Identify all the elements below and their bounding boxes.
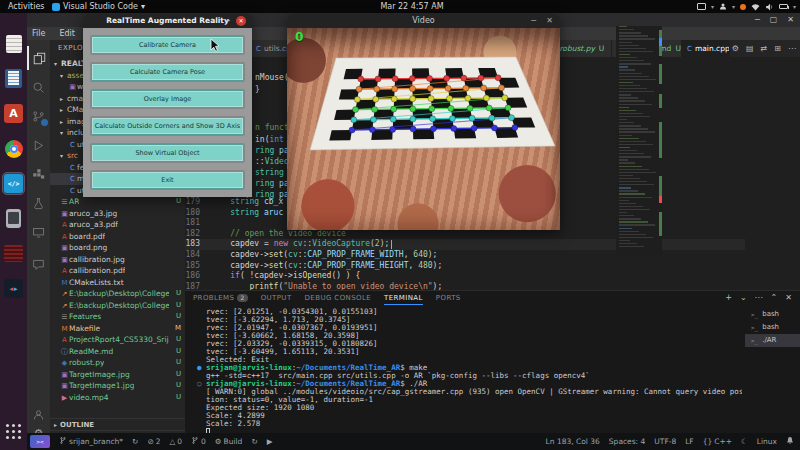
clock[interactable]: Mar 22 4:57 AM xyxy=(352,0,472,13)
transfer-app-icon[interactable]: ◂▸ xyxy=(3,278,24,299)
tree-item-e-backup-desktop-college-n...[interactable]: ↗E:\backup\Desktop\College\N...U xyxy=(50,288,185,300)
indentation[interactable]: Spaces: 4 xyxy=(609,437,645,446)
minimize-icon[interactable]: ─ xyxy=(531,14,536,27)
terminal-instance-bash[interactable]: >_bash xyxy=(745,308,800,321)
terminal-instance-ar[interactable]: >_./AR xyxy=(745,334,800,347)
panel-actions[interactable]: +⌄⋯⌃✕ xyxy=(725,291,792,305)
tree-item-aruco-a3.pdf[interactable]: Aaruco_a3.pdf xyxy=(50,219,185,231)
preview-icon[interactable]: ▤ xyxy=(746,44,754,53)
software-a-app-icon[interactable]: A xyxy=(3,103,24,124)
close-icon[interactable]: ✕ xyxy=(546,14,553,28)
cmake-build[interactable]: ⚙Build xyxy=(215,437,243,446)
tree-item-e-backup-desktop-college-n...[interactable]: ↗E:\backup\Desktop\College\N...U xyxy=(50,300,185,312)
terminal-dropdown-icon[interactable]: ⌄ xyxy=(740,291,747,305)
outline-section[interactable]: ▸OUTLINE xyxy=(50,418,185,429)
eol[interactable]: LF xyxy=(685,437,694,446)
phone-app-icon[interactable] xyxy=(3,208,24,229)
new-terminal-icon[interactable]: + xyxy=(725,291,732,305)
menu-edit[interactable]: Edit xyxy=(59,27,75,40)
comments-icon[interactable] xyxy=(27,252,50,276)
close-icon[interactable]: ✕ xyxy=(236,16,246,26)
close-panel-icon[interactable]: ✕ xyxy=(785,291,792,305)
language-mode[interactable]: {}C++ xyxy=(703,437,732,446)
panel-tab-problems[interactable]: PROBLEMS2 xyxy=(193,291,248,305)
notifications[interactable] xyxy=(786,436,794,447)
panel-tab-debug-console[interactable]: DEBUG CONSOLE xyxy=(305,291,372,305)
source-control-icon[interactable] xyxy=(27,104,50,128)
os-label[interactable]: Linux xyxy=(757,437,777,446)
ar-button-show-virtual-object[interactable]: Show Virtual Object xyxy=(91,144,244,162)
more-actions-icon[interactable]: ⋯ xyxy=(788,44,796,53)
fork-count[interactable]: 0 xyxy=(191,436,206,447)
remote-indicator[interactable]: >< xyxy=(30,435,50,448)
refresh[interactable]: ↻ xyxy=(251,437,257,446)
warnings[interactable]: △0 xyxy=(169,437,182,446)
ar-button-exit[interactable]: Exit xyxy=(91,171,244,189)
tree-item-robust.py[interactable]: ◆robust.pyU xyxy=(50,357,185,369)
panel-tab-ports[interactable]: PORTS xyxy=(436,291,461,305)
close-icon[interactable]: ✕ xyxy=(787,13,794,27)
panel-tab-output[interactable]: OUTPUT xyxy=(261,291,292,305)
settings-icon[interactable]: ⚙ xyxy=(732,44,739,53)
minimap[interactable] xyxy=(616,26,662,256)
minimize-icon[interactable]: ─ xyxy=(755,13,760,27)
tree-item-targetimage1.jpg[interactable]: ▣TargetImage1.jpgU xyxy=(50,380,185,392)
git-branch[interactable]: srijan_branch* xyxy=(59,436,123,447)
chevron-down-icon: ▾ xyxy=(711,3,714,10)
compare-icon[interactable]: ⇄ xyxy=(761,44,768,53)
cursor-position[interactable]: Ln 183, Col 36 xyxy=(546,437,600,446)
maximize-panel-icon[interactable]: ⌃ xyxy=(771,291,778,305)
tree-item-cmakelists.txt[interactable]: MCMakeLists.txt xyxy=(50,277,185,289)
run-debug-icon[interactable] xyxy=(27,133,50,157)
tree-item-callibration.pdf[interactable]: Acallibration.pdf xyxy=(50,265,185,277)
ar-window-title-bar[interactable]: RealTime Augmented Reality – ✕ xyxy=(83,14,252,28)
system-tray[interactable]: ▾ ▾ ▾ xyxy=(697,0,796,13)
extensions-icon[interactable] xyxy=(27,162,50,186)
maximize-icon[interactable]: ▢ xyxy=(770,13,778,27)
errors[interactable]: ⊘2 xyxy=(147,437,160,446)
tree-item-projectrport4-cs5330-srijan...[interactable]: AProjectRport4_CS5330_Srijan...U xyxy=(50,334,185,346)
tree-item-board.png[interactable]: ▣board.png xyxy=(50,242,185,254)
minimize-icon[interactable]: – xyxy=(226,14,230,27)
ar-button-calculate-outside-corners-and-show-3d-axis[interactable]: Calculate Outside Corners and Show 3D Ax… xyxy=(91,117,244,135)
menu-file[interactable]: File xyxy=(32,27,45,40)
do-not-disturb[interactable]: ☾ xyxy=(741,437,748,446)
panel-tab-terminal[interactable]: TERMINAL xyxy=(384,291,423,305)
tree-item-readme.md[interactable]: ⓘReadMe.mdU xyxy=(50,346,185,358)
launch[interactable]: ▶ xyxy=(267,437,273,446)
braces-icon: {} xyxy=(703,437,713,446)
tree-item-targetimage.jpg[interactable]: ▣TargetImage.jpgU xyxy=(50,369,185,381)
remote-explorer-icon[interactable] xyxy=(27,220,50,244)
terminal-output[interactable]: rvec: [2.01251, -0.0354301, 0.0155103]tv… xyxy=(197,308,742,434)
encoding[interactable]: UTF-8 xyxy=(654,437,676,446)
ar-button-calculate-camera-pose[interactable]: Calculate Camera Pose xyxy=(91,63,244,81)
tree-item-board.pdf[interactable]: Aboard.pdf xyxy=(50,231,185,243)
window-controls[interactable]: ─▢✕ xyxy=(755,13,794,27)
text-editor-app-icon[interactable] xyxy=(3,33,24,54)
more-actions-icon[interactable]: ⋯ xyxy=(755,291,763,305)
testing-icon[interactable] xyxy=(27,191,50,215)
media-app-icon[interactable] xyxy=(3,243,24,264)
tree-item-features[interactable]: ☰FeaturesU xyxy=(50,311,185,323)
tree-item-video.mp4[interactable]: ▶video.mp4U xyxy=(50,392,185,404)
ar-button-overlay-image[interactable]: Overlay Image xyxy=(91,90,244,108)
tree-item-makefile[interactable]: MMakefileM xyxy=(50,323,185,335)
tree-item-ar[interactable]: ☰ARU xyxy=(50,196,185,208)
search-icon[interactable] xyxy=(27,75,50,99)
vscode-app-icon[interactable]: </> xyxy=(3,173,24,194)
tab-main.cpp[interactable]: Cmain.cpp xyxy=(682,40,730,57)
tree-item-aruco-a3.jpg[interactable]: ▣aruco_a3.jpg xyxy=(50,208,185,220)
writer-app-icon[interactable] xyxy=(3,68,24,89)
terminal-instance-bash[interactable]: >_bash xyxy=(745,321,800,334)
activities-button[interactable]: Activities xyxy=(8,0,45,13)
chrome-app-icon[interactable] xyxy=(3,138,24,159)
video-title-bar[interactable]: Video ─ ✕ xyxy=(287,14,560,28)
sync-changes[interactable]: ↻ xyxy=(132,437,138,446)
split-editor-icon[interactable]: ⊞ xyxy=(774,44,781,53)
ar-button-calibrate-camera[interactable]: Calibrate Camera xyxy=(91,36,244,54)
tree-item-callibration.jpg[interactable]: ▣callibration.jpg xyxy=(50,254,185,266)
focused-app-menu[interactable]: Visual Studio Code ▾ xyxy=(52,0,145,13)
explorer-icon[interactable] xyxy=(27,46,50,70)
wifi-icon xyxy=(751,3,760,11)
show-applications-icon[interactable] xyxy=(3,421,24,442)
